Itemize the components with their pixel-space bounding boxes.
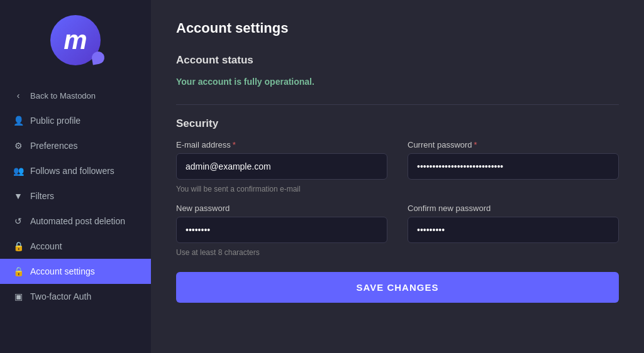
email-group: E-mail address* You will be sent a confi… xyxy=(176,140,387,193)
sidebar-item-auto-delete[interactable]: ↺ Automated post deletion xyxy=(0,209,151,234)
email-label: E-mail address* xyxy=(176,140,387,149)
divider-1 xyxy=(176,104,619,105)
email-required-star: * xyxy=(233,140,236,149)
sidebar: m ‹ Back to Mastodon 👤 Public profile ⚙ … xyxy=(0,0,151,353)
logo-letter: m xyxy=(64,25,87,55)
filter-icon: ▼ xyxy=(13,191,24,201)
top-form-row: E-mail address* You will be sent a confi… xyxy=(176,140,619,193)
sidebar-item-label: Follows and followers xyxy=(30,166,114,176)
bottom-form-row: New password Use at least 8 characters C… xyxy=(176,204,619,257)
sidebar-item-label: Two-factor Auth xyxy=(30,291,91,301)
main-content: Account settings Account status Your acc… xyxy=(151,0,644,353)
sidebar-item-filters[interactable]: ▼ Filters xyxy=(0,183,151,209)
sidebar-item-preferences[interactable]: ⚙ Preferences xyxy=(0,133,151,158)
sidebar-item-label: Preferences xyxy=(30,141,77,151)
sidebar-item-label: Back to Mastodon xyxy=(30,91,96,100)
account-status-heading: Account status xyxy=(176,54,619,67)
current-password-group: Current password* xyxy=(408,140,619,193)
sidebar-item-two-factor[interactable]: ▣ Two-factor Auth xyxy=(0,284,151,309)
sidebar-item-label: Public profile xyxy=(30,116,80,126)
delete-icon: ↺ xyxy=(13,216,24,226)
confirm-password-label: Confirm new password xyxy=(408,204,619,213)
settings-lock-icon: 🔒 xyxy=(13,266,24,276)
lock-icon: 🔒 xyxy=(13,241,24,251)
confirm-password-input[interactable] xyxy=(408,217,619,243)
new-password-label: New password xyxy=(176,204,387,213)
security-heading: Security xyxy=(176,117,619,130)
page-title: Account settings xyxy=(176,20,619,36)
account-status-message: Your account is fully operational. xyxy=(176,77,619,87)
logo-tail xyxy=(91,50,105,65)
sidebar-item-back[interactable]: ‹ Back to Mastodon xyxy=(0,83,151,108)
new-password-input[interactable] xyxy=(176,217,387,243)
sidebar-item-account[interactable]: 🔒 Account xyxy=(0,234,151,259)
account-status-section: Account status Your account is fully ope… xyxy=(176,54,619,87)
save-changes-button[interactable]: SAVE CHANGES xyxy=(176,272,619,303)
two-factor-icon: ▣ xyxy=(13,291,24,301)
current-password-required-star: * xyxy=(474,140,477,149)
sidebar-item-label: Filters xyxy=(30,191,54,201)
email-hint: You will be sent a confirmation e-mail xyxy=(176,185,387,193)
password-hint: Use at least 8 characters xyxy=(176,248,387,257)
current-password-label: Current password* xyxy=(408,140,619,149)
sidebar-item-follows[interactable]: 👥 Follows and followers xyxy=(0,158,151,183)
sidebar-item-label: Automated post deletion xyxy=(30,216,125,226)
gear-icon: ⚙ xyxy=(13,141,24,151)
profile-icon: 👤 xyxy=(13,116,24,126)
sidebar-item-label: Account settings xyxy=(30,266,95,276)
sidebar-nav: ‹ Back to Mastodon 👤 Public profile ⚙ Pr… xyxy=(0,78,151,353)
email-input[interactable] xyxy=(176,153,387,180)
sidebar-item-label: Account xyxy=(30,241,62,251)
back-icon: ‹ xyxy=(13,90,24,100)
security-section: Security E-mail address* You will be sen… xyxy=(176,117,619,303)
mastodon-logo: m xyxy=(50,15,101,65)
logo-container: m xyxy=(0,0,151,78)
new-password-group: New password Use at least 8 characters xyxy=(176,204,387,257)
confirm-password-group: Confirm new password xyxy=(408,204,619,257)
follows-icon: 👥 xyxy=(13,166,24,176)
sidebar-item-account-settings[interactable]: 🔒 Account settings xyxy=(0,259,151,284)
sidebar-item-public-profile[interactable]: 👤 Public profile xyxy=(0,108,151,133)
current-password-input[interactable] xyxy=(408,153,619,180)
